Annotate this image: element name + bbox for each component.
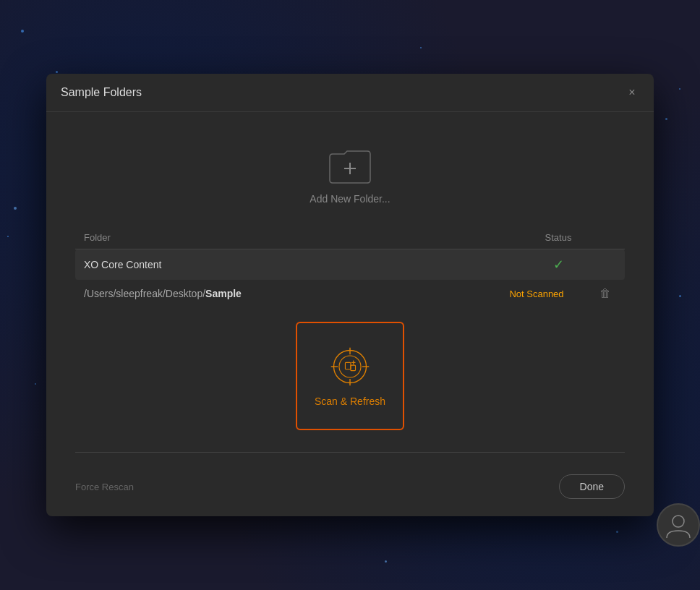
dialog-footer: Force Rescan Done [46,453,654,516]
scan-refresh-icon [328,345,372,388]
delete-row-button[interactable]: 🗑 [599,287,611,300]
done-button[interactable]: Done [559,474,625,499]
table-row: XO Core Content ✓ [75,249,625,280]
svg-rect-9 [351,365,356,371]
row-actions: 🗑 [594,287,616,300]
table-row: /Users/sleepfreak/Desktop/Sample Not Sca… [75,280,625,307]
svg-point-2 [334,351,367,383]
corner-avatar [657,503,700,547]
col-folder-header: Folder [84,232,500,243]
scan-refresh-label: Scan & Refresh [315,396,385,407]
svg-point-3 [339,356,361,377]
force-rescan-label[interactable]: Force Rescan [75,482,134,492]
close-button[interactable]: × [625,85,639,100]
scan-refresh-area: Scan & Refresh [75,307,625,430]
add-folder-area[interactable]: Add New Folder... [75,134,625,226]
row-status: ✓ [500,257,616,273]
scan-refresh-button[interactable]: Scan & Refresh [296,322,404,430]
svg-rect-8 [345,362,351,369]
status-ok-icon: ✓ [553,257,564,273]
table-header: Folder Status [75,226,625,249]
row-folder-name: /Users/sleepfreak/Desktop/Sample [84,288,479,299]
sample-folders-dialog: Sample Folders × Add New Folder... Folde… [46,74,654,516]
avatar-icon [664,510,693,539]
add-folder-label: Add New Folder... [310,193,390,205]
col-status-header: Status [500,232,616,243]
row-folder-name: XO Core Content [84,259,500,270]
dialog-title: Sample Folders [61,86,142,99]
dialog-header: Sample Folders × [46,74,654,112]
svg-point-12 [673,516,684,527]
row-status: Not Scanned [479,288,594,299]
not-scanned-label: Not Scanned [509,288,563,299]
dialog-body: Add New Folder... Folder Status XO Core … [46,112,654,453]
add-folder-icon [328,148,372,184]
